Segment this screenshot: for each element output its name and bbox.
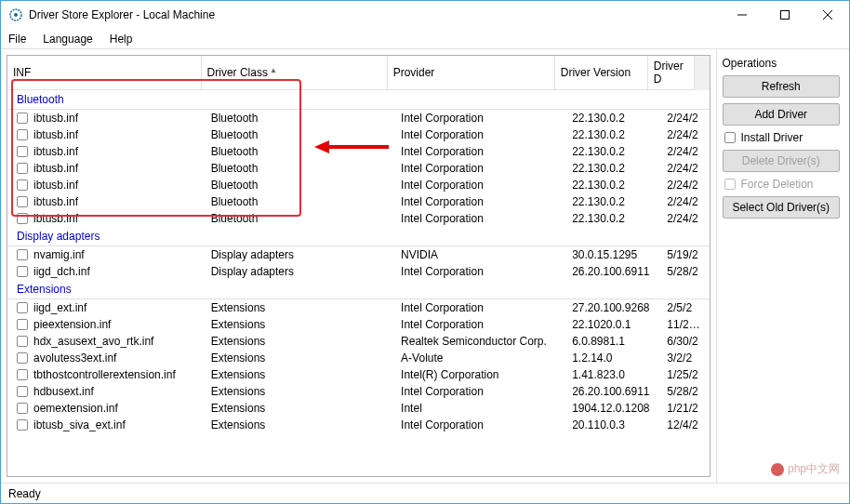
cell-provider: Intel Corporation	[395, 143, 566, 160]
cell-date: 12/4/2	[661, 417, 709, 433]
cell-date: 5/28/2	[661, 383, 709, 400]
cell-date: 2/24/2	[661, 193, 709, 210]
cell-date: 2/24/2	[661, 110, 709, 127]
cell-provider: Intel Corporation	[395, 110, 566, 127]
column-header-provider[interactable]: Provider	[387, 56, 554, 90]
group-header[interactable]: Bluetooth	[7, 90, 710, 110]
table-row[interactable]: ibtusb.infBluetoothIntel Corporation22.1…	[7, 160, 710, 177]
watermark-text: php中文网	[788, 461, 840, 477]
row-checkbox[interactable]	[17, 163, 28, 174]
column-header-driver-date[interactable]: Driver D	[647, 56, 694, 90]
row-checkbox[interactable]	[17, 179, 28, 191]
cell-inf: pieextension.inf	[33, 318, 111, 331]
cell-provider: NVIDIA	[395, 246, 566, 264]
app-window: Driver Store Explorer - Local Machine Fi…	[0, 0, 850, 504]
row-checkbox[interactable]	[17, 352, 28, 364]
force-deletion-checkbox[interactable]: Force Deletion	[724, 178, 841, 191]
cell-inf: avolutess3ext.inf	[33, 351, 116, 365]
cell-inf: ibtusb_siva_ext.inf	[33, 418, 126, 431]
cell-inf: nvamig.inf	[33, 248, 85, 261]
column-header-driver-version[interactable]: Driver Version	[554, 56, 647, 90]
table-row[interactable]: ibtusb.infBluetoothIntel Corporation22.1…	[7, 210, 710, 227]
row-checkbox[interactable]	[17, 369, 28, 380]
table-row[interactable]: oemextension.infExtensionsIntel1904.12.0…	[7, 400, 710, 417]
cell-inf: iigd_dch.inf	[33, 265, 90, 278]
cell-inf: ibtusb.inf	[33, 128, 78, 141]
column-header-inf[interactable]: INF	[7, 56, 201, 90]
install-driver-checkbox[interactable]: Install Driver	[724, 131, 841, 144]
app-icon	[8, 7, 23, 22]
svg-point-1	[14, 13, 18, 17]
cell-inf: tbthostcontrollerextension.inf	[33, 368, 176, 381]
table-row[interactable]: iigd_ext.infExtensionsIntel Corporation2…	[7, 299, 710, 317]
titlebar: Driver Store Explorer - Local Machine	[1, 1, 849, 29]
cell-date: 2/5/2	[661, 299, 709, 317]
cell-date: 1/25/2	[661, 366, 709, 383]
cell-version: 22.130.0.2	[566, 177, 661, 193]
row-checkbox[interactable]	[17, 302, 28, 313]
cell-version: 26.20.100.6911	[566, 263, 661, 280]
row-checkbox[interactable]	[17, 336, 28, 347]
row-checkbox[interactable]	[17, 146, 28, 157]
cell-version: 22.130.0.2	[566, 143, 661, 160]
group-header[interactable]: Extensions	[7, 280, 710, 299]
table-row[interactable]: pieextension.infExtensionsIntel Corporat…	[7, 316, 710, 333]
select-old-drivers-button[interactable]: Select Old Driver(s)	[723, 196, 841, 219]
grid-panel: INF Driver Class▲ Provider Driver Versio…	[1, 49, 716, 483]
cell-class: Display adapters	[206, 246, 395, 264]
cell-class: Extensions	[206, 400, 395, 417]
menu-help[interactable]: Help	[110, 33, 133, 46]
cell-provider: Intel Corporation	[395, 316, 566, 333]
window-buttons	[721, 1, 849, 29]
table-row[interactable]: ibtusb_siva_ext.infExtensionsIntel Corpo…	[7, 417, 710, 433]
cell-inf: oemextension.inf	[33, 402, 118, 415]
svg-rect-3	[781, 11, 790, 20]
row-checkbox[interactable]	[17, 196, 28, 207]
row-checkbox[interactable]	[17, 266, 28, 277]
cell-version: 1904.12.0.1208	[566, 400, 661, 417]
cell-version: 6.0.8981.1	[566, 333, 661, 350]
row-checkbox[interactable]	[17, 213, 28, 224]
cell-class: Extensions	[206, 417, 395, 433]
cell-date: 5/28/2	[661, 263, 709, 280]
cell-version: 22.130.0.2	[566, 210, 661, 227]
row-checkbox[interactable]	[17, 129, 28, 140]
maximize-button[interactable]	[764, 1, 806, 29]
row-checkbox[interactable]	[17, 319, 28, 330]
table-row[interactable]: hdx_asusext_avo_rtk.infExtensionsRealtek…	[7, 333, 710, 350]
cell-inf: ibtusb.inf	[33, 195, 78, 208]
table-row[interactable]: ibtusb.infBluetoothIntel Corporation22.1…	[7, 193, 710, 210]
table-row[interactable]: tbthostcontrollerextension.infExtensions…	[7, 366, 710, 383]
table-row[interactable]: iigd_dch.infDisplay adaptersIntel Corpor…	[7, 263, 710, 280]
table-row[interactable]: hdbusext.infExtensionsIntel Corporation2…	[7, 383, 710, 400]
table-row[interactable]: nvamig.infDisplay adaptersNVIDIA30.0.15.…	[7, 246, 710, 264]
table-row[interactable]: ibtusb.infBluetoothIntel Corporation22.1…	[7, 110, 710, 127]
cell-provider: Intel Corporation	[395, 126, 566, 143]
cell-date: 11/25/2	[661, 316, 709, 333]
add-driver-button[interactable]: Add Driver	[723, 103, 841, 126]
cell-provider: Realtek Semiconductor Corp.	[395, 333, 566, 350]
row-checkbox[interactable]	[17, 249, 28, 260]
table-row[interactable]: ibtusb.infBluetoothIntel Corporation22.1…	[7, 177, 710, 193]
menu-file[interactable]: File	[8, 33, 26, 46]
cell-version: 1.41.823.0	[566, 366, 661, 383]
cell-inf: ibtusb.inf	[33, 162, 78, 175]
minimize-button[interactable]	[721, 1, 764, 29]
statusbar: Ready	[1, 483, 849, 503]
row-checkbox[interactable]	[17, 403, 28, 414]
row-checkbox[interactable]	[17, 113, 28, 124]
menu-language[interactable]: Language	[43, 33, 92, 46]
row-checkbox[interactable]	[17, 419, 28, 431]
cell-provider: Intel Corporation	[395, 210, 566, 227]
row-checkbox[interactable]	[17, 386, 28, 397]
refresh-button[interactable]: Refresh	[723, 75, 841, 98]
group-header[interactable]: Display adapters	[7, 227, 710, 246]
column-header-driver-class[interactable]: Driver Class▲	[201, 56, 387, 90]
cell-class: Bluetooth	[206, 193, 395, 210]
table-row[interactable]: avolutess3ext.infExtensionsA-Volute1.2.1…	[7, 350, 710, 366]
close-button[interactable]	[806, 1, 849, 29]
cell-class: Extensions	[206, 350, 395, 366]
menubar: File Language Help	[1, 29, 849, 49]
delete-drivers-button[interactable]: Delete Driver(s)	[723, 150, 841, 172]
cell-class: Extensions	[206, 366, 395, 383]
